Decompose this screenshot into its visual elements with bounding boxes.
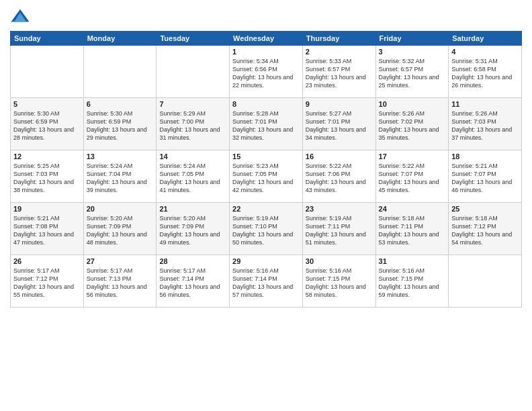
day-number: 21 [159, 205, 226, 213]
calendar-cell: 25Sunrise: 5:18 AMSunset: 7:12 PMDayligh… [449, 203, 522, 255]
calendar-cell [157, 46, 230, 98]
day-detail: Sunrise: 5:17 AMSunset: 7:14 PMDaylight:… [159, 267, 226, 300]
day-detail: Sunrise: 5:21 AMSunset: 7:07 PMDaylight:… [451, 162, 519, 195]
calendar-cell: 27Sunrise: 5:17 AMSunset: 7:13 PMDayligh… [83, 255, 157, 308]
day-of-week-header: Sunday [11, 32, 84, 46]
calendar-cell: 14Sunrise: 5:24 AMSunset: 7:05 PMDayligh… [157, 150, 230, 203]
day-detail: Sunrise: 5:17 AMSunset: 7:13 PMDaylight:… [87, 267, 154, 300]
calendar: SundayMondayTuesdayWednesdayThursdayFrid… [10, 31, 522, 308]
day-detail: Sunrise: 5:17 AMSunset: 7:12 PMDaylight:… [13, 267, 81, 300]
calendar-cell: 5Sunrise: 5:30 AMSunset: 6:59 PMDaylight… [11, 98, 84, 150]
day-number: 19 [13, 205, 81, 213]
day-detail: Sunrise: 5:16 AMSunset: 7:14 PMDaylight:… [232, 267, 300, 300]
day-detail: Sunrise: 5:18 AMSunset: 7:12 PMDaylight:… [451, 214, 519, 247]
calendar-cell: 16Sunrise: 5:22 AMSunset: 7:06 PMDayligh… [302, 150, 375, 203]
day-detail: Sunrise: 5:16 AMSunset: 7:15 PMDaylight:… [379, 267, 446, 300]
calendar-week-row: 1Sunrise: 5:34 AMSunset: 6:56 PMDaylight… [11, 46, 522, 98]
calendar-cell [449, 255, 522, 308]
day-number: 12 [13, 152, 81, 161]
day-number: 26 [13, 257, 81, 265]
day-number: 10 [379, 100, 446, 108]
calendar-cell: 19Sunrise: 5:21 AMSunset: 7:08 PMDayligh… [11, 203, 84, 255]
day-number: 2 [306, 48, 373, 56]
day-number: 22 [232, 205, 300, 213]
day-detail: Sunrise: 5:21 AMSunset: 7:08 PMDaylight:… [13, 214, 81, 247]
day-detail: Sunrise: 5:26 AMSunset: 7:03 PMDaylight:… [451, 109, 519, 142]
day-detail: Sunrise: 5:24 AMSunset: 7:05 PMDaylight:… [159, 162, 226, 195]
calendar-cell: 20Sunrise: 5:20 AMSunset: 7:09 PMDayligh… [83, 203, 157, 255]
calendar-cell: 4Sunrise: 5:31 AMSunset: 6:58 PMDaylight… [449, 46, 522, 98]
day-number: 30 [306, 257, 373, 265]
day-number: 15 [232, 152, 300, 161]
day-number: 7 [159, 100, 226, 108]
page: SundayMondayTuesdayWednesdayThursdayFrid… [0, 0, 532, 411]
day-number: 6 [87, 100, 154, 108]
day-number: 23 [306, 205, 373, 213]
day-number: 29 [232, 257, 300, 265]
calendar-cell: 22Sunrise: 5:19 AMSunset: 7:10 PMDayligh… [230, 203, 303, 255]
calendar-week-row: 26Sunrise: 5:17 AMSunset: 7:12 PMDayligh… [11, 255, 522, 308]
calendar-cell: 9Sunrise: 5:27 AMSunset: 7:01 PMDaylight… [302, 98, 375, 150]
calendar-cell: 8Sunrise: 5:28 AMSunset: 7:01 PMDaylight… [230, 98, 303, 150]
calendar-cell: 30Sunrise: 5:16 AMSunset: 7:15 PMDayligh… [302, 255, 375, 308]
calendar-cell: 1Sunrise: 5:34 AMSunset: 6:56 PMDaylight… [230, 46, 303, 98]
logo-icon [10, 7, 30, 27]
day-detail: Sunrise: 5:32 AMSunset: 6:57 PMDaylight:… [379, 57, 446, 90]
calendar-week-row: 5Sunrise: 5:30 AMSunset: 6:59 PMDaylight… [11, 98, 522, 150]
day-number: 25 [451, 205, 519, 213]
calendar-week-row: 12Sunrise: 5:25 AMSunset: 7:03 PMDayligh… [11, 150, 522, 203]
day-number: 18 [451, 152, 519, 161]
day-number: 3 [379, 48, 446, 56]
day-of-week-header: Monday [83, 32, 157, 46]
day-detail: Sunrise: 5:29 AMSunset: 7:00 PMDaylight:… [159, 109, 226, 142]
day-detail: Sunrise: 5:33 AMSunset: 6:57 PMDaylight:… [306, 57, 373, 90]
calendar-header-row: SundayMondayTuesdayWednesdayThursdayFrid… [11, 32, 522, 46]
day-number: 1 [232, 48, 300, 56]
day-number: 31 [379, 257, 446, 265]
day-number: 14 [159, 152, 226, 161]
day-number: 20 [87, 205, 154, 213]
day-detail: Sunrise: 5:16 AMSunset: 7:15 PMDaylight:… [306, 267, 373, 300]
day-detail: Sunrise: 5:22 AMSunset: 7:07 PMDaylight:… [379, 162, 446, 195]
calendar-cell: 24Sunrise: 5:18 AMSunset: 7:11 PMDayligh… [375, 203, 449, 255]
day-detail: Sunrise: 5:18 AMSunset: 7:11 PMDaylight:… [379, 214, 446, 247]
day-detail: Sunrise: 5:26 AMSunset: 7:02 PMDaylight:… [379, 109, 446, 142]
calendar-cell: 31Sunrise: 5:16 AMSunset: 7:15 PMDayligh… [375, 255, 449, 308]
day-detail: Sunrise: 5:30 AMSunset: 6:59 PMDaylight:… [87, 109, 154, 142]
day-of-week-header: Tuesday [157, 32, 230, 46]
day-detail: Sunrise: 5:22 AMSunset: 7:06 PMDaylight:… [306, 162, 373, 195]
day-detail: Sunrise: 5:24 AMSunset: 7:04 PMDaylight:… [87, 162, 154, 195]
calendar-cell: 28Sunrise: 5:17 AMSunset: 7:14 PMDayligh… [157, 255, 230, 308]
calendar-cell: 2Sunrise: 5:33 AMSunset: 6:57 PMDaylight… [302, 46, 375, 98]
day-detail: Sunrise: 5:19 AMSunset: 7:10 PMDaylight:… [232, 214, 300, 247]
day-detail: Sunrise: 5:34 AMSunset: 6:56 PMDaylight:… [232, 57, 300, 90]
day-detail: Sunrise: 5:20 AMSunset: 7:09 PMDaylight:… [87, 214, 154, 247]
calendar-cell: 15Sunrise: 5:23 AMSunset: 7:05 PMDayligh… [230, 150, 303, 203]
day-number: 16 [306, 152, 373, 161]
day-of-week-header: Wednesday [230, 32, 303, 46]
day-number: 27 [87, 257, 154, 265]
day-detail: Sunrise: 5:31 AMSunset: 6:58 PMDaylight:… [451, 57, 519, 90]
calendar-cell: 10Sunrise: 5:26 AMSunset: 7:02 PMDayligh… [375, 98, 449, 150]
header [10, 7, 522, 27]
day-detail: Sunrise: 5:23 AMSunset: 7:05 PMDaylight:… [232, 162, 300, 195]
calendar-week-row: 19Sunrise: 5:21 AMSunset: 7:08 PMDayligh… [11, 203, 522, 255]
day-detail: Sunrise: 5:27 AMSunset: 7:01 PMDaylight:… [306, 109, 373, 142]
calendar-cell: 17Sunrise: 5:22 AMSunset: 7:07 PMDayligh… [375, 150, 449, 203]
logo [10, 7, 33, 27]
calendar-cell: 21Sunrise: 5:20 AMSunset: 7:09 PMDayligh… [157, 203, 230, 255]
calendar-cell: 29Sunrise: 5:16 AMSunset: 7:14 PMDayligh… [230, 255, 303, 308]
day-number: 28 [159, 257, 226, 265]
calendar-cell [11, 46, 84, 98]
day-detail: Sunrise: 5:30 AMSunset: 6:59 PMDaylight:… [13, 109, 81, 142]
calendar-cell: 3Sunrise: 5:32 AMSunset: 6:57 PMDaylight… [375, 46, 449, 98]
day-detail: Sunrise: 5:28 AMSunset: 7:01 PMDaylight:… [232, 109, 300, 142]
day-of-week-header: Thursday [302, 32, 375, 46]
day-number: 8 [232, 100, 300, 108]
day-of-week-header: Friday [375, 32, 449, 46]
day-number: 4 [451, 48, 519, 56]
day-number: 5 [13, 100, 81, 108]
day-number: 11 [451, 100, 519, 108]
day-of-week-header: Saturday [449, 32, 522, 46]
day-number: 13 [87, 152, 154, 161]
